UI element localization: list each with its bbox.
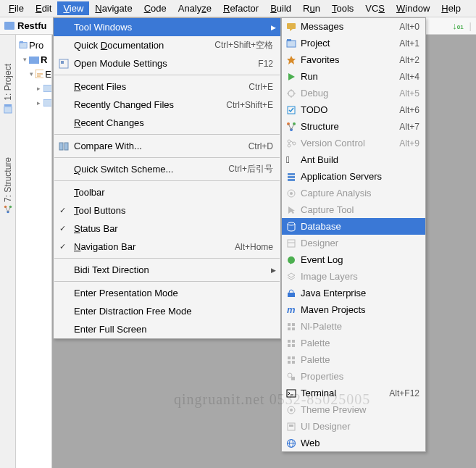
menu-open-module-settings[interactable]: Open Module Settings F12 <box>54 54 280 72</box>
structure-tool-button[interactable]: 7: Structure <box>3 157 13 214</box>
label: Database <box>301 221 341 232</box>
svg-rect-39 <box>288 179 295 181</box>
menu-presentation-mode[interactable]: Enter Presentation Mode <box>54 284 280 302</box>
messages-icon <box>285 21 297 33</box>
menu-recently-changed-files[interactable]: Recently Changed Files Ctrl+Shift+E <box>54 96 280 114</box>
tool-window-database[interactable]: Database <box>282 218 425 235</box>
tool-window-ui-designer: UI Designer <box>282 418 425 435</box>
tool-window-application-servers[interactable]: Application Servers <box>282 168 425 185</box>
tool-window-run[interactable]: RunAlt+4 <box>282 68 425 85</box>
menu-tool-windows[interactable]: Tool Windows ▶ <box>54 18 280 36</box>
menu-navigation-bar-toggle[interactable]: ✓Navigation BarAlt+Home <box>54 238 280 256</box>
tool-window-terminal[interactable]: TerminalAlt+F12 <box>282 385 425 401</box>
menu-run[interactable]: Run <box>297 1 326 15</box>
module-icon <box>36 70 43 78</box>
svg-rect-55 <box>292 344 295 347</box>
svg-point-22 <box>288 91 294 96</box>
menu-code[interactable]: Code <box>138 1 172 15</box>
shortcut: Alt+0 <box>399 22 419 32</box>
menu-analyze[interactable]: Analyze <box>172 1 217 15</box>
menu-status-bar-toggle[interactable]: ✓Status Bar <box>54 220 280 238</box>
menu-tools[interactable]: Tools <box>326 1 359 15</box>
tool-window-palette: Palette <box>282 335 425 351</box>
menu-distraction-free-mode[interactable]: Enter Distraction Free Mode <box>54 302 280 320</box>
menu-quick-switch-scheme[interactable]: Quick Switch Scheme... Ctrl+后引号 <box>54 160 280 178</box>
menu-compare-with[interactable]: Compare With... Ctrl+D <box>54 137 280 155</box>
shortcut: Alt+F12 <box>389 388 419 398</box>
label: Java Enterprise <box>301 288 366 298</box>
menu-bidi-text-direction[interactable]: Bidi Text Direction ▶ <box>54 261 280 279</box>
tree-node[interactable]: ▸ <box>22 81 51 96</box>
menu-navigate[interactable]: Navigate <box>89 1 138 15</box>
tool-window-version-control: Version ControlAlt+9 <box>282 135 425 151</box>
menu-tool-buttons-toggle[interactable]: ✓Tool Buttons <box>54 201 280 220</box>
menu-help[interactable]: Help <box>435 1 467 15</box>
run-icon <box>285 71 297 83</box>
project-tool-button[interactable]: 1: Project <box>3 64 13 114</box>
view-menu-dropdown: Tool Windows ▶ Quick Documentation Ctrl+… <box>53 17 281 339</box>
tool-window-todo[interactable]: TODOAlt+6 <box>282 101 425 118</box>
svg-rect-49 <box>292 323 295 326</box>
label: Debug <box>301 88 328 99</box>
menu-recent-changes[interactable]: Recent Changes <box>54 114 280 132</box>
tool-window-java-enterprise[interactable]: Java Enterprise <box>282 285 425 301</box>
label: Web <box>301 438 320 448</box>
debug-icon <box>285 88 297 99</box>
svg-rect-17 <box>59 143 63 150</box>
label: Event Log <box>301 254 343 265</box>
svg-rect-38 <box>288 176 295 178</box>
tool-window-capture-tool: Capture Tool <box>282 201 425 218</box>
eventlog-icon <box>285 254 297 266</box>
tree-root[interactable]: ▾ R <box>22 52 51 67</box>
svg-rect-19 <box>287 23 296 29</box>
svg-point-35 <box>293 142 296 145</box>
tool-window-structure[interactable]: StructureAlt+7 <box>282 118 425 135</box>
tool-window-favorites[interactable]: FavoritesAlt+2 <box>282 51 425 68</box>
svg-rect-37 <box>288 173 295 175</box>
svg-rect-51 <box>292 327 295 330</box>
tree-node[interactable]: ▸ <box>22 96 51 110</box>
tool-window-maven-projects[interactable]: mMaven Projects <box>282 301 425 318</box>
palette2-icon <box>285 354 297 366</box>
project-icon <box>4 104 12 114</box>
tool-window-project[interactable]: ProjectAlt+1 <box>282 35 425 51</box>
palette1-icon <box>285 338 297 349</box>
menu-separator <box>54 281 280 282</box>
menu-vcs[interactable]: VCS <box>359 1 391 15</box>
menu-edit[interactable]: Edit <box>30 1 57 15</box>
menu-build[interactable]: Build <box>264 1 297 15</box>
menu-view[interactable]: View <box>57 1 89 15</box>
shortcut: Alt+7 <box>399 122 419 132</box>
check-icon: ✓ <box>59 242 66 251</box>
module-settings-icon <box>58 58 70 70</box>
folder-icon <box>4 22 14 30</box>
menu-window[interactable]: Window <box>391 1 435 15</box>
tool-window-event-log[interactable]: Event Log <box>282 251 425 268</box>
svg-rect-54 <box>288 344 291 347</box>
menu-recent-files[interactable]: Recent Files Ctrl+E <box>54 78 280 96</box>
shortcut: Alt+4 <box>399 72 419 82</box>
theme-icon <box>285 404 297 416</box>
layers-icon <box>285 271 297 283</box>
menu-toolbar-toggle[interactable]: Toolbar <box>54 183 280 201</box>
tool-window-web[interactable]: Web <box>282 435 425 451</box>
menu-quick-documentation[interactable]: Quick Documentation Ctrl+Shift+空格 <box>54 36 280 54</box>
project-icon <box>285 38 297 49</box>
tool-window-messages[interactable]: MessagesAlt+0 <box>282 18 425 35</box>
label: Structure <box>301 121 339 132</box>
project-tab[interactable]: Pro <box>19 38 51 52</box>
svg-text:񈗀: 񈗀 <box>286 155 290 165</box>
make-icon[interactable]: ↓01 <box>452 20 463 31</box>
svg-rect-53 <box>292 340 295 343</box>
menu-full-screen[interactable]: Enter Full Screen <box>54 320 280 338</box>
ant-icon: 񈗀 <box>285 154 297 166</box>
menu-separator <box>54 157 280 158</box>
web-icon <box>285 438 297 449</box>
menu-refactor[interactable]: Refactor <box>217 1 264 15</box>
javaee-icon <box>285 288 297 299</box>
menu-file[interactable]: File <box>3 1 30 15</box>
tool-window-designer: Designer <box>282 235 425 251</box>
svg-rect-18 <box>64 143 68 150</box>
tool-window-ant-build[interactable]: 񈗀Ant Build <box>282 151 425 168</box>
tree-node-ext[interactable]: ▾ E <box>22 67 51 81</box>
